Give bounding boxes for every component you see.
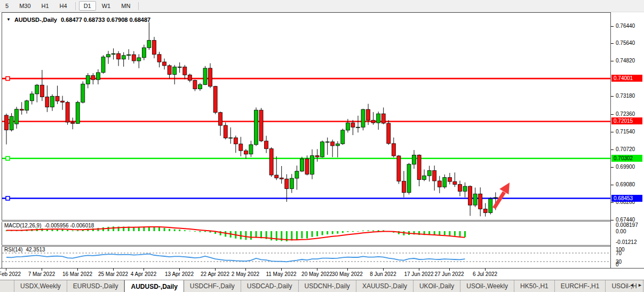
timeframe-button-5[interactable]: 5 bbox=[1, 1, 13, 11]
symbol-tab-ukoil-daily[interactable]: UKOil-,Daily bbox=[414, 280, 460, 292]
tab-scroll-right-icon[interactable]: ► bbox=[638, 282, 642, 288]
date-axis-label: 6 Jul 2022 bbox=[463, 271, 507, 277]
price-axis-tick bbox=[611, 185, 614, 185]
line-anchor[interactable] bbox=[6, 196, 10, 200]
rsi-line bbox=[6, 254, 465, 262]
price-line-tag: 0.68453 bbox=[611, 195, 642, 202]
pane-separator[interactable] bbox=[2, 220, 610, 222]
candle-body bbox=[86, 76, 90, 84]
candle-body bbox=[448, 177, 451, 181]
macd-histogram-bar bbox=[256, 231, 257, 238]
timeframe-button-D1[interactable]: D1 bbox=[79, 1, 96, 11]
candlestick-chart-pane[interactable]: ▼ AUDUSD-,Daily 0.68477 0.68733 0.67908 … bbox=[2, 13, 610, 220]
candle-body bbox=[122, 56, 125, 59]
macd-histogram-bar bbox=[194, 231, 196, 232]
candle-body bbox=[468, 186, 472, 205]
symbol-tab-eurusd-daily[interactable]: EURUSD-,Daily bbox=[67, 280, 125, 292]
macd-histogram-bar bbox=[322, 231, 323, 235]
tab-scroll-left-icon[interactable]: ◄ bbox=[629, 282, 634, 288]
macd-histogram-bar bbox=[164, 228, 165, 231]
candle-body bbox=[367, 109, 370, 120]
timeframe-button-M30[interactable]: M30 bbox=[14, 1, 35, 11]
symbol-tab-audusd-daily[interactable]: AUDUSD-,Daily bbox=[124, 280, 184, 292]
timeframe-button-W1[interactable]: W1 bbox=[97, 1, 116, 11]
macd-pane[interactable]: MACD(12,26,9) -0.005956 -0.006018 bbox=[2, 222, 610, 245]
candle-body bbox=[239, 144, 243, 151]
candle-body bbox=[173, 67, 177, 74]
chart-dropdown-icon[interactable]: ▼ bbox=[6, 18, 11, 22]
macd-histogram-bar bbox=[332, 231, 333, 234]
candle-body bbox=[377, 114, 380, 123]
candle-body bbox=[336, 144, 339, 146]
macd-histogram-bar bbox=[77, 230, 78, 231]
candle-body bbox=[209, 68, 212, 86]
candle-body bbox=[433, 171, 436, 181]
candle-body bbox=[213, 86, 217, 113]
symbol-tab-usdx-weekly[interactable]: USDX,Weekly bbox=[14, 280, 67, 292]
date-axis-tick bbox=[42, 269, 42, 271]
candle-body bbox=[96, 73, 100, 80]
candle-body bbox=[10, 116, 13, 130]
price-axis-tick bbox=[611, 43, 614, 44]
symbol-tab-xauusd-daily[interactable]: XAUUSD-,Daily bbox=[356, 280, 414, 292]
price-axis-tick bbox=[611, 220, 614, 220]
timeframe-button-H4[interactable]: H4 bbox=[55, 1, 72, 11]
date-axis-tick bbox=[383, 269, 384, 271]
macd-histogram-bar bbox=[184, 230, 186, 231]
rsi-pane[interactable]: RSI(14) 42.3513 bbox=[2, 247, 610, 268]
macd-histogram-bar bbox=[352, 231, 354, 232]
macd-histogram-bar bbox=[444, 231, 446, 235]
macd-histogram-bar bbox=[362, 231, 364, 231]
candle-body bbox=[76, 102, 79, 124]
line-anchor[interactable] bbox=[6, 77, 10, 81]
macd-histogram-bar bbox=[327, 231, 328, 234]
price-axis-tick bbox=[611, 26, 614, 27]
symbol-tab-hk50-h1[interactable]: HK50-,H1 bbox=[514, 280, 555, 292]
macd-histogram-bar bbox=[454, 231, 456, 236]
candle-body bbox=[361, 109, 365, 127]
symbol-tab-usdchf-daily[interactable]: USDCHF-,Daily bbox=[184, 280, 241, 292]
macd-histogram-bar bbox=[459, 231, 461, 236]
candle-body bbox=[5, 115, 9, 130]
candle-body bbox=[407, 164, 411, 193]
rsi-canvas[interactable] bbox=[2, 247, 610, 268]
symbol-tab-usoil-weekly[interactable]: USOil-,Weekly bbox=[460, 280, 514, 292]
price-axis-tick bbox=[611, 167, 614, 168]
price-axis-label: 0.69080 bbox=[616, 181, 635, 187]
candle-body bbox=[61, 101, 65, 102]
line-anchor[interactable] bbox=[6, 156, 10, 160]
candle-body bbox=[489, 199, 492, 213]
candle-body bbox=[356, 127, 360, 128]
candle-body bbox=[117, 53, 121, 59]
timeframe-button-MN[interactable]: MN bbox=[116, 1, 135, 11]
timeframe-button-H1[interactable]: H1 bbox=[37, 1, 54, 11]
candle-body bbox=[427, 171, 431, 176]
symbol-tab-eurchf-h1[interactable]: EURCHF-,H1 bbox=[555, 280, 606, 292]
symbol-tab-usdcad-daily[interactable]: USDCAD-,Daily bbox=[241, 280, 299, 292]
macd-histogram-bar bbox=[225, 231, 226, 236]
candle-body bbox=[494, 198, 497, 198]
macd-histogram-bar bbox=[372, 231, 374, 231]
candle-body bbox=[178, 67, 181, 67]
candle-body bbox=[55, 96, 59, 101]
candle-body bbox=[346, 123, 349, 130]
macd-histogram-bar bbox=[296, 231, 298, 240]
toolbar-separator bbox=[138, 2, 139, 10]
candle-body bbox=[483, 209, 487, 213]
candle-body bbox=[387, 123, 391, 144]
candle-body bbox=[417, 155, 421, 179]
candlestick-canvas[interactable] bbox=[2, 13, 610, 220]
trading-terminal-window: 5M30H1H4D1W1MN ▼ AUDUSD-,Daily 0.68477 0… bbox=[0, 0, 644, 292]
macd-histogram-bar bbox=[271, 231, 272, 240]
macd-histogram-bar bbox=[67, 230, 68, 231]
candle-body bbox=[341, 130, 345, 144]
symbol-tab-usdcnh-daily[interactable]: USDCNH-,Daily bbox=[299, 280, 356, 292]
candle-body bbox=[259, 110, 263, 141]
candle-body bbox=[249, 145, 253, 154]
candle-body bbox=[269, 149, 273, 175]
macd-histogram-bar bbox=[169, 229, 170, 231]
candle-body bbox=[163, 62, 166, 66]
price-axis-tick bbox=[611, 132, 614, 132]
candle-body bbox=[315, 156, 319, 157]
candle-body bbox=[203, 68, 207, 85]
